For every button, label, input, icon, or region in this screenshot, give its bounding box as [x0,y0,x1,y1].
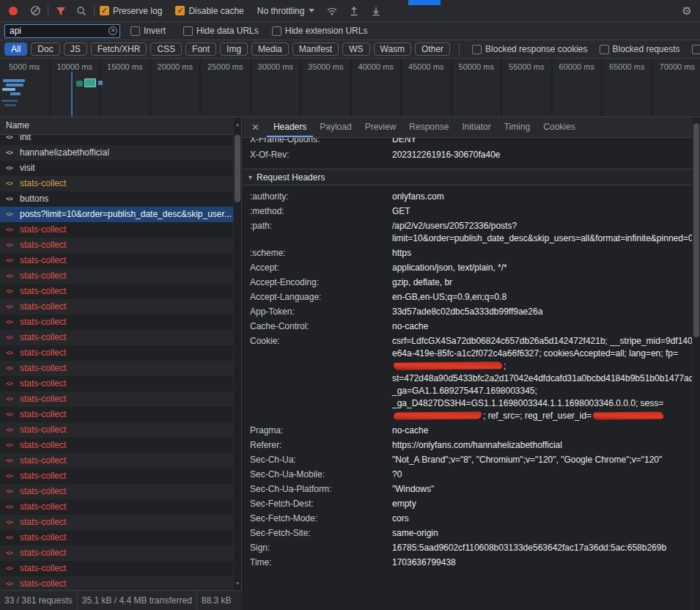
request-type-icon [6,376,17,392]
request-row[interactable]: stats-collect [0,561,241,576]
checkbox-checked-icon[interactable] [175,6,185,15]
request-row[interactable]: stats-collect [0,392,241,407]
waterfall-bar [3,79,25,82]
clear-filter-icon[interactable] [108,26,117,35]
details-tab[interactable]: Headers [267,117,313,137]
checkbox-checked-icon[interactable] [100,6,109,15]
checkbox-icon[interactable] [130,26,140,36]
disable-cache-checkbox[interactable]: Disable cache [175,6,243,16]
header-row: App-Token: 33d57ade8c02dbc5a333db99ff9ae… [243,304,692,319]
request-row[interactable]: stats-collect [0,484,241,499]
hide-data-urls-checkbox[interactable]: Hide data URLs [183,26,259,36]
scrollbar-thumb[interactable] [235,135,240,202]
waterfall-bar [4,104,16,106]
hide-extension-urls-checkbox[interactable]: Hide extension URLs [272,26,368,36]
details-tab[interactable]: Initiator [455,117,497,137]
filter-chip[interactable]: Media [251,43,289,56]
request-row[interactable]: stats-collect [0,438,241,453]
request-row[interactable]: init [0,135,241,145]
settings-button[interactable]: ⚙ [679,4,694,18]
request-row[interactable]: posts?limit=10&order=publish_date_desc&s… [0,207,241,222]
filter-chip[interactable]: CSS [150,43,182,56]
request-list-scrollbar[interactable] [233,117,241,590]
checkbox-icon[interactable] [472,45,482,54]
request-row[interactable]: stats-collect [0,253,241,268]
request-row[interactable]: stats-collect [0,422,241,438]
name-column-header[interactable]: Name [0,117,241,135]
throttling-select[interactable]: No throttling [257,6,315,16]
checkbox-icon[interactable] [183,26,193,36]
invert-checkbox[interactable]: Invert [130,26,166,36]
request-row[interactable]: stats-collect [0,515,241,530]
filter-input-wrap [4,24,120,38]
close-details-button[interactable] [251,122,259,133]
request-headers-section-header[interactable]: Request Headers [243,169,692,185]
filter-input[interactable] [4,24,120,38]
filter-chip[interactable]: WS [342,43,369,56]
request-row[interactable]: stats-collect [0,576,241,590]
filter-chip[interactable]: JS [64,43,87,56]
preserve-log-checkbox[interactable]: Preserve log [100,6,162,16]
request-row[interactable]: stats-collect [0,407,241,422]
checkbox-icon[interactable] [272,26,281,36]
scroll-down-arrow[interactable] [234,579,241,588]
filter-chip[interactable]: Other [415,43,450,56]
details-tab[interactable]: Payload [313,117,358,137]
filter-chip[interactable]: Img [220,43,248,56]
request-type-icon [6,161,17,176]
network-conditions-button[interactable] [325,4,339,18]
record-button[interactable] [6,4,21,18]
details-tab[interactable]: Cookies [537,117,581,137]
request-row[interactable]: stats-collect [0,284,241,299]
request-row[interactable]: stats-collect [0,345,241,361]
filter-option-checkbox[interactable]: Blocked requests [600,44,680,54]
request-row[interactable]: stats-collect [0,376,241,392]
details-tab[interactable]: Response [402,117,455,137]
request-row[interactable]: stats-collect [0,545,241,561]
request-row[interactable]: stats-collect [0,468,241,484]
request-row[interactable]: stats-collect [0,530,241,545]
timeline-overview[interactable]: 5000 ms10000 ms15000 ms20000 ms25000 ms3… [0,59,700,117]
filter-option-checkbox[interactable]: 3rd-party requests [692,44,700,54]
filter-chip[interactable]: Font [185,43,216,56]
request-row[interactable]: stats-collect [0,330,241,345]
filter-option-checkbox[interactable]: Blocked response cookies [472,44,587,54]
request-row[interactable]: stats-collect [0,299,241,315]
request-label: posts?limit=10&order=publish_date_desc&s… [20,207,232,222]
request-type-icon [6,176,17,191]
waterfall-bar [10,92,21,95]
import-har-button[interactable] [347,4,361,18]
request-row[interactable]: stats-collect [0,238,241,253]
export-har-button[interactable] [369,4,383,18]
devtools-network-panel: Preserve log Disable cache No throttling… [0,0,700,610]
request-row[interactable]: stats-collect [0,268,241,284]
details-tab[interactable]: Preview [358,117,403,137]
clear-button[interactable] [28,4,43,18]
filter-chip[interactable]: Manifest [292,43,339,56]
search-button[interactable] [74,4,89,18]
request-row[interactable]: stats-collect [0,499,241,515]
details-tab[interactable]: Timing [498,117,537,137]
filter-chip[interactable]: All [4,43,27,56]
checkbox-icon[interactable] [600,45,609,54]
filter-toggle-button[interactable] [54,4,68,18]
header-row: :authority: onlyfans.com [243,189,692,204]
request-row[interactable]: stats-collect [0,222,241,238]
scrollbar-thumb[interactable] [693,123,699,337]
request-row[interactable]: stats-collect [0,176,241,191]
details-scrollbar[interactable] [692,117,700,610]
request-row[interactable]: visit [0,161,241,176]
scroll-up-arrow[interactable] [234,120,241,129]
request-row[interactable]: stats-collect [0,361,241,376]
filter-chip[interactable]: Wasm [374,43,412,56]
request-label: stats-collect [20,530,66,545]
request-row[interactable]: hannahelizabethofficial [0,145,241,161]
request-row[interactable]: stats-collect [0,315,241,330]
waterfall-bar [76,81,83,87]
request-row[interactable]: buttons [0,191,241,207]
filter-chip[interactable]: Fetch/XHR [91,43,147,56]
request-row[interactable]: stats-collect [0,453,241,468]
filter-chip[interactable]: Doc [31,43,59,56]
request-type-icon [6,238,17,253]
checkbox-icon[interactable] [692,45,700,54]
